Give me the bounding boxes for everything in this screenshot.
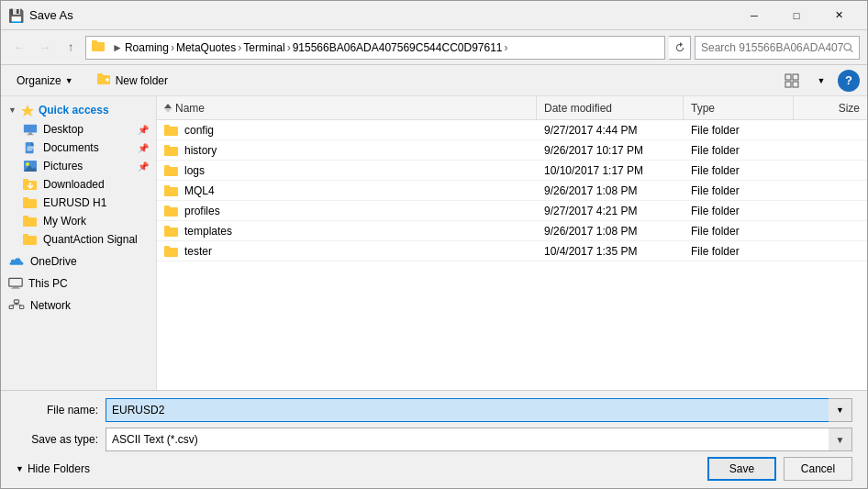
file-date: 10/10/2017 1:17 PM [537, 164, 684, 177]
svg-rect-43 [164, 127, 178, 136]
organize-dropdown-icon: ▼ [65, 76, 73, 85]
sidebar-item-thispc[interactable]: This PC [1, 274, 156, 293]
cancel-button[interactable]: Cancel [784, 457, 852, 481]
sidebar-item-quantaction[interactable]: QuantAction Signal [1, 230, 156, 249]
svg-rect-32 [9, 278, 22, 286]
breadcrumb-metaquotes[interactable]: MetaQuotes [176, 41, 236, 54]
sidebar-item-label-desktop: Desktop [43, 123, 132, 136]
svg-rect-28 [23, 217, 37, 227]
pin-icon-desktop: 📌 [138, 125, 149, 135]
sidebar-item-label-thispc: This PC [28, 277, 149, 290]
up-button[interactable]: ↑ [60, 37, 82, 59]
svg-rect-26 [23, 199, 37, 208]
sidebar-item-pictures[interactable]: Pictures 📌 [1, 157, 156, 175]
toolbar: Organize ▼ New folder [1, 65, 867, 96]
col-header-name[interactable]: Name [157, 96, 537, 119]
filename-row: File name: ▼ [16, 398, 852, 422]
save-button[interactable]: Save [707, 457, 776, 481]
svg-rect-9 [793, 74, 798, 80]
svg-rect-47 [164, 167, 178, 176]
filename-label: File name: [16, 404, 98, 417]
sidebar-item-mywork[interactable]: My Work [1, 212, 156, 230]
file-name: MQL4 [184, 184, 215, 197]
sidebar-item-label-network: Network [30, 299, 149, 312]
svg-rect-44 [164, 125, 170, 128]
svg-rect-14 [28, 133, 32, 135]
close-button[interactable]: ✕ [818, 1, 860, 30]
action-row: ▼ Hide Folders Save Cancel [16, 457, 852, 481]
search-box[interactable] [695, 36, 860, 60]
pictures-icon [23, 160, 38, 172]
breadcrumb-terminal[interactable]: Terminal [243, 41, 284, 54]
breadcrumb-roaming[interactable]: Roaming [125, 41, 169, 54]
save-as-dialog: 💾 Save As ─ □ ✕ ← → ↑ ► Roaming › MetaQu… [0, 0, 868, 489]
svg-rect-48 [164, 165, 170, 168]
svg-line-3 [850, 49, 852, 51]
svg-rect-31 [23, 234, 28, 237]
file-name: tester [184, 245, 212, 258]
svg-marker-42 [164, 108, 172, 113]
onedrive-icon [8, 256, 25, 267]
quick-access-expand-icon: ▼ [8, 106, 17, 115]
file-type: File folder [684, 184, 794, 197]
svg-rect-49 [164, 187, 178, 196]
quick-access-icon [20, 104, 35, 117]
file-type: File folder [684, 205, 794, 217]
svg-marker-12 [21, 105, 34, 117]
file-row[interactable]: history 9/26/2017 10:17 PM File folder [157, 140, 867, 161]
forward-button[interactable]: → [34, 37, 56, 59]
file-row[interactable]: config 9/27/2017 4:44 PM File folder [157, 120, 867, 140]
sidebar-item-label-quantaction: QuantAction Signal [43, 233, 149, 246]
sidebar-item-label-mywork: My Work [43, 215, 149, 228]
svg-rect-27 [23, 197, 28, 200]
back-button[interactable]: ← [8, 37, 30, 59]
folder-icon-eurusd [23, 196, 38, 209]
file-row[interactable]: MQL4 9/26/2017 1:08 PM File folder [157, 181, 867, 201]
file-list: Name Date modified Type Size [157, 96, 867, 390]
filetype-select[interactable]: ASCII Text (*.csv) [106, 428, 852, 451]
sidebar-item-onedrive[interactable]: OneDrive [1, 252, 156, 271]
search-input[interactable] [701, 41, 843, 54]
svg-point-22 [26, 162, 29, 166]
hide-folders-icon: ▼ [16, 464, 24, 473]
folder-icon-quantaction [23, 233, 38, 246]
maximize-button[interactable]: □ [775, 1, 818, 30]
svg-rect-56 [164, 246, 170, 249]
new-folder-button[interactable]: New folder [89, 69, 176, 93]
filename-input[interactable] [106, 398, 852, 422]
file-row[interactable]: profiles 9/27/2017 4:21 PM File folder [157, 201, 867, 221]
quick-access-label: Quick access [39, 104, 109, 117]
sidebar-item-eurusd[interactable]: EURUSD H1 [1, 194, 156, 212]
view-dropdown-button[interactable]: ▼ [808, 69, 834, 93]
svg-rect-55 [164, 248, 178, 257]
sidebar-item-documents[interactable]: Documents 📌 [1, 139, 156, 157]
folder-icon-logs [164, 164, 179, 177]
file-row[interactable]: tester 10/4/2017 1:35 PM File folder [157, 241, 867, 261]
sidebar-item-downloaded[interactable]: Downloaded [1, 175, 156, 194]
col-header-type[interactable]: Type [684, 96, 794, 119]
minimize-button[interactable]: ─ [733, 1, 775, 30]
filename-dropdown-btn[interactable]: ▼ [829, 398, 852, 422]
svg-rect-30 [23, 236, 37, 245]
svg-point-2 [844, 43, 851, 50]
svg-rect-0 [92, 42, 105, 51]
file-name: logs [184, 164, 205, 177]
refresh-button[interactable] [669, 36, 691, 60]
hide-folders-button[interactable]: ▼ Hide Folders [16, 462, 90, 475]
desktop-icon [23, 123, 38, 136]
svg-rect-33 [13, 286, 18, 288]
file-row[interactable]: logs 10/10/2017 1:17 PM File folder [157, 161, 867, 181]
view-button[interactable] [779, 69, 805, 93]
file-row[interactable]: templates 9/26/2017 1:08 PM File folder [157, 221, 867, 241]
sidebar-item-network[interactable]: Network [1, 296, 156, 315]
sidebar-item-desktop[interactable]: Desktop 📌 [1, 120, 156, 139]
breadcrumb-id[interactable]: 915566BA06ADA407569C544CC0D97611 [293, 41, 503, 54]
breadcrumb-bar[interactable]: ► Roaming › MetaQuotes › Terminal › 9155… [85, 36, 665, 60]
col-header-size[interactable]: Size [794, 102, 867, 115]
organize-button[interactable]: Organize ▼ [8, 69, 82, 93]
col-header-date[interactable]: Date modified [537, 96, 684, 119]
documents-icon [23, 141, 38, 154]
quick-access-header[interactable]: ▼ Quick access [1, 100, 156, 120]
dialog-title: Save As [29, 8, 733, 22]
help-button[interactable]: ? [838, 70, 860, 92]
